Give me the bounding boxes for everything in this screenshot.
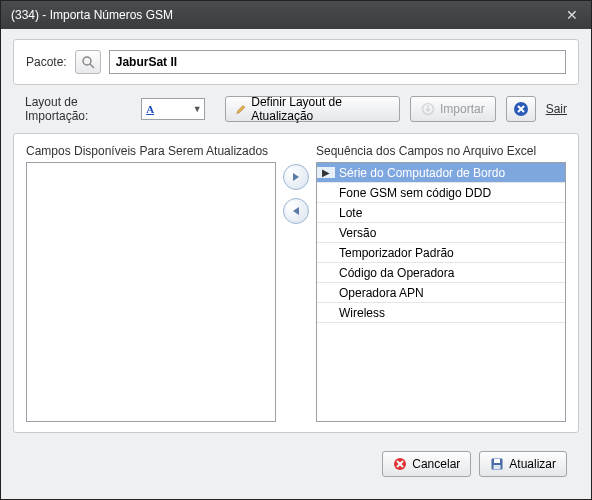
layout-combo-value: A: [146, 103, 154, 115]
titlebar: (334) - Importa Números GSM ✕: [1, 1, 591, 29]
dialog-window: (334) - Importa Números GSM ✕ Pacote: La…: [0, 0, 592, 500]
available-fields-column: Campos Disponíveis Para Serem Atualizado…: [26, 144, 276, 422]
cancel-icon: [393, 457, 407, 471]
import-label: Importar: [440, 102, 485, 116]
arrow-right-icon: [290, 171, 302, 183]
layout-label: Layout de Importação:: [25, 95, 131, 123]
list-item[interactable]: Operadora APN: [317, 283, 565, 303]
list-item[interactable]: Fone GSM sem código DDD: [317, 183, 565, 203]
sequence-fields-column: Sequência dos Campos no Arquivo Excel ▶S…: [316, 144, 566, 422]
exit-label[interactable]: Sair: [546, 102, 567, 116]
list-item[interactable]: Código da Operadora: [317, 263, 565, 283]
layout-combo[interactable]: A ▼: [141, 98, 204, 120]
svg-rect-6: [494, 459, 500, 463]
chevron-down-icon: ▼: [193, 104, 202, 114]
update-label: Atualizar: [509, 457, 556, 471]
exit-button[interactable]: [506, 96, 536, 122]
content-area: Pacote: Layout de Importação: A ▼ Defini…: [1, 29, 591, 499]
close-icon[interactable]: ✕: [563, 6, 581, 24]
list-item[interactable]: Versão: [317, 223, 565, 243]
pacote-label: Pacote:: [26, 55, 67, 69]
import-button: Importar: [410, 96, 496, 122]
move-right-button[interactable]: [283, 164, 309, 190]
transfer-buttons: [282, 144, 310, 422]
list-item[interactable]: Wireless: [317, 303, 565, 323]
import-icon: [421, 102, 435, 116]
list-item-label: Temporizador Padrão: [335, 246, 565, 260]
pacote-input[interactable]: [109, 50, 566, 74]
sequence-fields-list[interactable]: ▶Série do Computador de BordoFone GSM se…: [316, 162, 566, 422]
svg-rect-7: [494, 465, 501, 469]
arrow-left-icon: [290, 205, 302, 217]
close-circle-icon: [513, 101, 529, 117]
define-layout-button[interactable]: Definir Layout de Atualização: [225, 96, 400, 122]
list-item-label: Fone GSM sem código DDD: [335, 186, 565, 200]
update-button[interactable]: Atualizar: [479, 451, 567, 477]
list-item[interactable]: Temporizador Padrão: [317, 243, 565, 263]
list-item-label: Série do Computador de Bordo: [335, 166, 565, 180]
layout-toolbar: Layout de Importação: A ▼ Definir Layout…: [13, 95, 579, 123]
define-layout-label: Definir Layout de Atualização: [251, 95, 389, 123]
pacote-panel: Pacote:: [13, 39, 579, 85]
svg-point-0: [83, 57, 91, 65]
lists-panel: Campos Disponíveis Para Serem Atualizado…: [13, 133, 579, 433]
list-item[interactable]: Lote: [317, 203, 565, 223]
cancel-button[interactable]: Cancelar: [382, 451, 471, 477]
save-icon: [490, 457, 504, 471]
available-fields-list[interactable]: [26, 162, 276, 422]
sequence-fields-header: Sequência dos Campos no Arquivo Excel: [316, 144, 566, 158]
svg-line-1: [90, 64, 94, 68]
pencil-icon: [236, 103, 247, 115]
list-item-label: Código da Operadora: [335, 266, 565, 280]
list-item[interactable]: ▶Série do Computador de Bordo: [317, 163, 565, 183]
list-item-label: Operadora APN: [335, 286, 565, 300]
available-fields-header: Campos Disponíveis Para Serem Atualizado…: [26, 144, 276, 158]
list-item-label: Lote: [335, 206, 565, 220]
search-icon: [81, 55, 95, 69]
search-button[interactable]: [75, 50, 101, 74]
cancel-label: Cancelar: [412, 457, 460, 471]
list-item-label: Wireless: [335, 306, 565, 320]
row-marker: ▶: [317, 167, 335, 178]
list-item-label: Versão: [335, 226, 565, 240]
move-left-button[interactable]: [283, 198, 309, 224]
footer: Cancelar Atualizar: [13, 443, 579, 489]
window-title: (334) - Importa Números GSM: [11, 8, 563, 22]
